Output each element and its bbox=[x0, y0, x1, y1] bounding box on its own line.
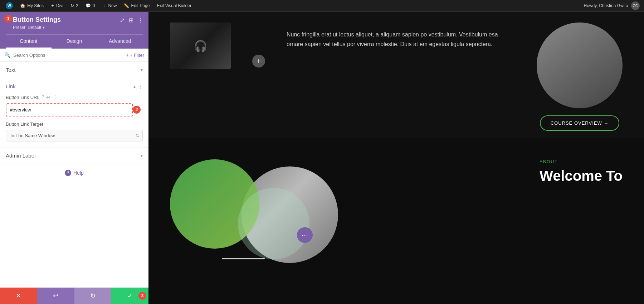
preview-top-section: 🎧 + Nunc fringilla erat ut lectus alique… bbox=[148, 12, 644, 138]
url-input-wrapper bbox=[6, 103, 133, 116]
bar-wp-logo[interactable]: W bbox=[3, 0, 16, 11]
admin-section-header[interactable]: Admin Label ▾ bbox=[0, 148, 148, 164]
reset-icon: ↩ bbox=[53, 292, 58, 300]
admin-section-title: Admin Label bbox=[6, 153, 35, 159]
target-select-wrapper: In The Same Window In The New Tab ⇅ bbox=[6, 130, 143, 141]
cancel-icon: ✕ bbox=[16, 292, 21, 300]
bar-exit-builder[interactable]: Exit Visual Builder bbox=[154, 0, 194, 11]
text-section: Text ▾ bbox=[0, 62, 148, 78]
wp-logo-icon: W bbox=[6, 2, 13, 9]
preview-circle-image bbox=[537, 23, 623, 108]
search-bar: 🔍 + + Filter bbox=[0, 49, 148, 62]
about-label: ABOUT bbox=[540, 159, 623, 164]
search-icon: 🔍 bbox=[4, 52, 10, 58]
help-section: ? Help bbox=[0, 164, 148, 182]
bar-my-sites[interactable]: 🏠 My Sites bbox=[17, 0, 47, 11]
circles-group: ⋯ bbox=[170, 145, 349, 288]
preview-paragraph: Nunc fringilla erat ut lectus aliquet, a… bbox=[287, 30, 515, 49]
user-avatar[interactable]: CG bbox=[631, 1, 640, 10]
columns-icon[interactable]: ⊞ bbox=[128, 16, 134, 24]
help-label: Help bbox=[73, 170, 84, 176]
more-options-icon[interactable]: ⋮ bbox=[137, 16, 144, 24]
tab-design[interactable]: Design bbox=[52, 35, 97, 49]
bottom-action-bar: ✕ ↩ ↻ ✓ 3 bbox=[0, 288, 148, 304]
bar-comments-count[interactable]: ↻ 2 bbox=[68, 0, 81, 11]
tab-content[interactable]: Content bbox=[6, 35, 52, 49]
panel-body: Text ▾ Link ▴ ⋮ Button Link URL bbox=[0, 62, 148, 288]
home-icon: 🏠 bbox=[20, 3, 25, 8]
help-button[interactable]: ? Help bbox=[65, 170, 84, 176]
redo-button[interactable]: ↻ bbox=[74, 288, 112, 304]
bottom-line-indicator bbox=[222, 258, 265, 259]
url-field-label-row: Button Link URL ? ↩ ⋮ bbox=[6, 94, 143, 100]
url-reset-icon[interactable]: ↩ bbox=[46, 94, 50, 100]
bar-new[interactable]: ＋ New bbox=[99, 0, 119, 11]
search-input[interactable] bbox=[13, 53, 123, 58]
admin-label-section: Admin Label ▾ bbox=[0, 148, 148, 164]
text-section-title: Text bbox=[6, 67, 16, 73]
preset-dropdown[interactable]: Preset: Default ▾ bbox=[13, 25, 143, 30]
exit-builder-label: Exit Visual Builder bbox=[157, 3, 191, 8]
link-section-header[interactable]: Link ▴ ⋮ bbox=[0, 78, 148, 94]
refresh-icon: ↻ bbox=[70, 3, 74, 8]
pencil-icon: ✏️ bbox=[124, 3, 129, 8]
preset-label: Preset: Default bbox=[13, 25, 41, 30]
divi-icon: ✦ bbox=[51, 3, 54, 8]
step-badge-1: 1 bbox=[4, 15, 12, 23]
bar-right: Howdy, Christina Gwira CG bbox=[580, 1, 644, 10]
purple-fab-button[interactable]: ⋯ bbox=[297, 227, 313, 243]
url-more-icon[interactable]: ⋮ bbox=[53, 94, 58, 100]
panel-tabs: Content Design Advanced bbox=[6, 34, 143, 49]
preview-bottom-section: ⋯ ABOUT Welcome To bbox=[148, 138, 644, 304]
howdy-text: Howdy, Christina Gwira bbox=[584, 3, 628, 8]
filter-label: + Filter bbox=[130, 53, 144, 58]
expand-icon[interactable]: ⤢ bbox=[119, 16, 125, 24]
bar-edit-page[interactable]: ✏️ Edit Page bbox=[121, 0, 152, 11]
divi-label: Divi bbox=[56, 3, 63, 8]
my-sites-label: My Sites bbox=[27, 3, 44, 8]
text-section-header[interactable]: Text ▾ bbox=[0, 62, 148, 78]
url-input[interactable] bbox=[10, 107, 128, 113]
panel-header: 1 Button Settings Preset: Default ▾ ⤢ ⊞ … bbox=[0, 12, 148, 49]
preview-image-card: 🎧 bbox=[170, 23, 231, 69]
filter-plus-icon: + bbox=[126, 53, 129, 58]
bar-comment-bubbles[interactable]: 💬 0 bbox=[83, 0, 98, 11]
about-section: ABOUT Welcome To bbox=[540, 145, 623, 184]
step-badge-3: 3 bbox=[138, 292, 146, 300]
help-circle-icon: ? bbox=[65, 170, 71, 176]
new-label: New bbox=[108, 3, 117, 8]
link-chevron-icon: ▴ bbox=[133, 84, 136, 89]
welcome-title: Welcome To bbox=[540, 168, 623, 184]
settings-panel: 1 Button Settings Preset: Default ▾ ⤢ ⊞ … bbox=[0, 12, 148, 304]
headphones-image: 🎧 bbox=[170, 23, 231, 69]
filter-button[interactable]: + + Filter bbox=[126, 53, 144, 58]
link-section-actions: ▴ ⋮ bbox=[133, 84, 143, 89]
text-chevron-icon: ▾ bbox=[141, 68, 143, 73]
course-overview-button[interactable]: COURSE OVERVIEW → bbox=[540, 115, 620, 131]
preview-text-block: Nunc fringilla erat ut lectus aliquet, a… bbox=[287, 19, 515, 49]
light-overlay-circle bbox=[238, 188, 309, 259]
cancel-button[interactable]: ✕ bbox=[0, 288, 37, 304]
link-section: Link ▴ ⋮ Button Link URL ? ↩ ⋮ bbox=[0, 78, 148, 148]
reset-button[interactable]: ↩ bbox=[37, 288, 74, 304]
link-section-title: Link bbox=[6, 83, 16, 89]
link-target-select[interactable]: In The Same Window In The New Tab bbox=[6, 130, 143, 141]
panel-header-actions: ⤢ ⊞ ⋮ bbox=[119, 16, 144, 24]
save-icon: ✓ bbox=[127, 292, 133, 300]
step-badge-2: 2 bbox=[133, 106, 141, 114]
link-more-icon[interactable]: ⋮ bbox=[138, 84, 143, 89]
preview-right-side: COURSE OVERVIEW → bbox=[537, 19, 623, 131]
bar-divi[interactable]: ✦ Divi bbox=[48, 0, 66, 11]
plus-icon: ＋ bbox=[102, 3, 106, 9]
url-help-icon[interactable]: ? bbox=[42, 95, 44, 100]
course-overview-label: COURSE OVERVIEW → bbox=[551, 120, 609, 126]
page-preview: 🎧 + Nunc fringilla erat ut lectus alique… bbox=[148, 12, 644, 304]
edit-page-label: Edit Page bbox=[131, 3, 150, 8]
tab-advanced[interactable]: Advanced bbox=[97, 35, 143, 49]
admin-chevron-icon: ▾ bbox=[141, 153, 143, 158]
comment-count: 0 bbox=[93, 3, 95, 8]
comments-count: 2 bbox=[76, 3, 78, 8]
add-module-button[interactable]: + bbox=[252, 55, 265, 68]
preset-chevron-icon: ▾ bbox=[43, 25, 45, 30]
save-button[interactable]: ✓ 3 bbox=[111, 288, 148, 304]
